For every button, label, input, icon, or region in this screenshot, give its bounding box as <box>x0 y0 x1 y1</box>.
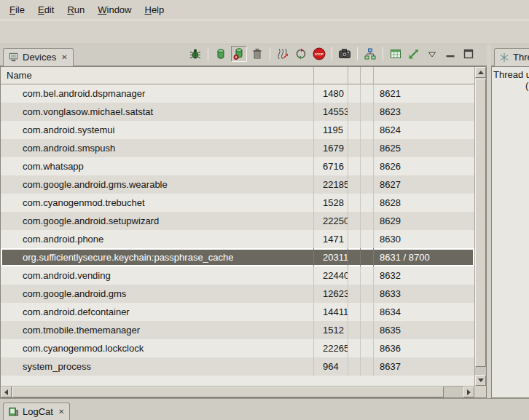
process-col3 <box>348 321 361 339</box>
table-row[interactable]: com.google.android.gms 12623 8633 <box>1 285 474 303</box>
stop-process-icon[interactable]: STOP <box>311 46 327 62</box>
stop-label: STOP <box>315 52 324 55</box>
column-header-3[interactable] <box>348 67 361 84</box>
table-header: Name <box>1 67 474 84</box>
scroll-left-icon[interactable] <box>1 387 12 397</box>
dump-hprof-icon[interactable] <box>231 46 247 62</box>
process-name: com.vonglasow.michael.satstat <box>1 103 314 121</box>
menu-run[interactable]: Run <box>60 2 91 17</box>
menu-help[interactable]: Help <box>138 2 171 17</box>
tab-logcat[interactable]: LogCat ✕ <box>3 403 70 420</box>
cause-gc-icon[interactable] <box>249 46 265 62</box>
process-col3 <box>348 248 361 266</box>
process-name: com.bel.android.dspmanager <box>1 84 314 103</box>
threads-message-line1: Thread up <box>493 69 528 80</box>
thread-updates-toggle-icon[interactable] <box>388 46 404 62</box>
process-pid: 1512 <box>314 321 348 339</box>
column-header-4[interactable] <box>361 67 374 84</box>
process-col4 <box>361 285 374 303</box>
process-col3 <box>348 303 361 321</box>
devices-tab-close-icon[interactable]: ✕ <box>61 53 67 61</box>
debug-process-icon[interactable] <box>187 46 203 62</box>
table-row[interactable]: system_process 964 8637 <box>1 357 474 376</box>
horizontal-scroll-thumb[interactable] <box>12 387 444 397</box>
ui-hierarchy-icon[interactable] <box>362 46 378 62</box>
process-col3 <box>348 157 361 175</box>
process-pid: 22440 <box>314 266 348 285</box>
table-row[interactable]: com.android.phone 1471 8630 <box>1 230 474 248</box>
horizontal-scrollbar[interactable] <box>1 386 474 397</box>
process-port: 8634 <box>374 303 474 321</box>
table-row[interactable]: com.whatsapp 6716 8626 <box>1 157 474 175</box>
tab-devices[interactable]: Devices ✕ <box>3 48 74 66</box>
process-col3 <box>348 285 361 303</box>
process-pid: 1195 <box>314 121 348 139</box>
column-header-port[interactable] <box>374 67 474 84</box>
menu-file[interactable]: File <box>3 2 31 17</box>
scrollbar-corner <box>474 386 486 397</box>
screen-capture-icon[interactable] <box>337 46 353 62</box>
process-name: com.android.vending <box>1 266 314 285</box>
process-col3 <box>348 139 361 157</box>
scroll-down-icon[interactable] <box>475 375 486 386</box>
scroll-right-icon[interactable] <box>463 387 474 397</box>
process-col4 <box>361 157 374 175</box>
process-name: com.cyanogenmod.trebuchet <box>1 194 314 212</box>
heap-updates-toggle-icon[interactable] <box>406 46 422 62</box>
process-name: org.sufficientlysecure.keychain:passphra… <box>1 248 314 266</box>
table-row[interactable]: com.android.systemui 1195 8624 <box>1 121 474 139</box>
devices-panel: Devices ✕ <box>0 44 487 398</box>
tab-threads[interactable]: Threads <box>494 48 529 66</box>
process-pid: 22185 <box>314 175 348 194</box>
scroll-up-icon[interactable] <box>475 67 486 78</box>
menu-window[interactable]: Window <box>91 2 138 17</box>
table-row[interactable]: com.tmobile.thememanager 1512 8635 <box>1 321 474 339</box>
menu-bar: File Edit Run Window Help <box>0 0 529 20</box>
threads-tab-row: Threads <box>491 44 529 66</box>
process-col4 <box>361 121 374 139</box>
process-pid: 1528 <box>314 194 348 212</box>
process-port: 8633 <box>374 285 474 303</box>
table-row[interactable]: com.android.defcontainer 14411 8634 <box>1 303 474 321</box>
process-name: com.google.android.setupwizard <box>1 212 314 230</box>
minimize-icon[interactable] <box>442 46 458 62</box>
logcat-strip: LogCat ✕ <box>0 398 529 420</box>
threads-panel: Threads Thread up ( <box>491 44 529 398</box>
toolbar-separator <box>357 47 358 60</box>
column-header-name[interactable]: Name <box>1 67 314 84</box>
process-pid: 6716 <box>314 157 348 175</box>
process-name: com.cyanogenmod.lockclock <box>1 339 314 357</box>
table-row[interactable]: com.android.smspush 1679 8625 <box>1 139 474 157</box>
view-menu-icon[interactable] <box>424 46 440 62</box>
process-pid: 20311 <box>314 248 348 266</box>
devices-tab-row: Devices ✕ <box>0 44 487 66</box>
ddms-window: { "menu_bar": { "items": ["File", "Edit"… <box>0 0 529 420</box>
table-row[interactable]: org.sufficientlysecure.keychain:passphra… <box>1 248 474 266</box>
menu-edit[interactable]: Edit <box>31 2 60 17</box>
maximize-icon[interactable] <box>461 46 477 62</box>
vertical-scrollbar[interactable] <box>474 67 486 386</box>
logcat-tab-close-icon[interactable]: ✕ <box>58 408 64 416</box>
process-port: 8624 <box>374 121 474 139</box>
process-port: 8635 <box>374 321 474 339</box>
table-row[interactable]: com.google.android.gms.wearable 22185 86… <box>1 175 474 194</box>
main-area: Devices ✕ <box>0 44 529 398</box>
update-heap-icon[interactable] <box>213 46 229 62</box>
table-row[interactable]: com.cyanogenmod.trebuchet 1528 8628 <box>1 194 474 212</box>
table-row[interactable]: com.vonglasow.michael.satstat 14553 8623 <box>1 103 474 121</box>
column-header-pid[interactable] <box>314 67 348 84</box>
process-col3 <box>348 103 361 121</box>
process-col3 <box>348 175 361 194</box>
method-profiling-icon[interactable] <box>293 46 309 62</box>
table-row[interactable]: com.android.vending 22440 8632 <box>1 266 474 285</box>
process-col4 <box>361 212 374 230</box>
process-port: 8623 <box>374 103 474 121</box>
table-row[interactable]: com.cyanogenmod.lockclock 22265 8636 <box>1 339 474 357</box>
vertical-scroll-thumb[interactable] <box>475 79 486 367</box>
toolbar-separator <box>208 47 208 60</box>
update-threads-icon[interactable] <box>275 46 291 62</box>
table-row[interactable]: com.google.android.setupwizard 22250 862… <box>1 212 474 230</box>
process-pid: 14553 <box>314 103 348 121</box>
table-row[interactable]: com.bel.android.dspmanager 1480 8621 <box>1 84 474 103</box>
process-col4 <box>361 175 374 194</box>
